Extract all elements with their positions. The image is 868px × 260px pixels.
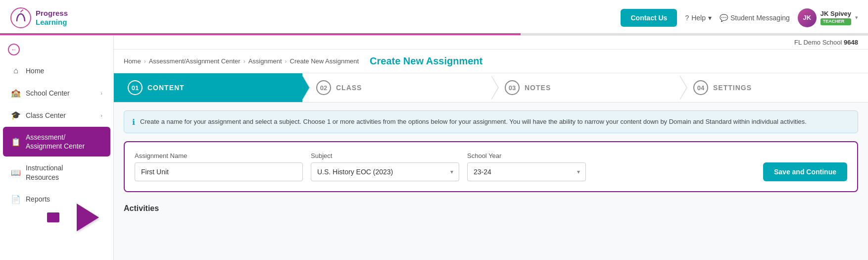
breadcrumb-sep: ›	[285, 58, 287, 65]
assignment-form: Assignment Name Subject U.S. History EOC…	[124, 141, 858, 192]
breadcrumb-sep: ›	[144, 58, 146, 65]
sidebar-item-label: Class Center	[26, 111, 66, 119]
subject-select-wrapper: U.S. History EOC (2023) Math Science Eng…	[311, 162, 459, 181]
sidebar-back-button[interactable]: ←	[0, 40, 113, 59]
logo-text: Progress Learning	[36, 9, 68, 27]
assessment-icon: 📋	[11, 137, 21, 147]
step-number: 02	[316, 80, 331, 95]
breadcrumb-current: Create New Assignment	[290, 57, 359, 65]
step-label: NOTES	[525, 84, 551, 92]
breadcrumb-home[interactable]: Home	[124, 57, 141, 65]
chevron-right-icon: ›	[100, 90, 102, 96]
assignment-name-label: Assignment Name	[135, 152, 303, 159]
school-year-group: School Year 23-24 22-23 21-22 ▾	[467, 152, 586, 181]
avatar: JK	[798, 8, 817, 27]
app-header: Progress Learning Contact Us ? Help ▾ 💬 …	[0, 0, 868, 36]
breadcrumb-row: Home › Assessment/Assignment Center › As…	[114, 50, 868, 73]
sidebar-item-instructional-resources[interactable]: 📖 InstructionalResources	[3, 157, 110, 187]
svg-point-0	[11, 8, 31, 28]
header-right: Contact Us ? Help ▾ 💬 Student Messaging …	[621, 8, 858, 27]
assignment-name-group: Assignment Name	[135, 152, 303, 181]
step-number: 04	[693, 80, 708, 95]
activities-title: Activities	[124, 204, 159, 212]
sidebar: ← ⌂ Home 🏫 School Center › 🎓 Class Cente…	[0, 36, 114, 260]
school-bar: FL Demo School 9648	[114, 36, 868, 50]
page-title: Create New Assignment	[370, 55, 482, 67]
home-icon: ⌂	[11, 66, 21, 75]
subject-group: Subject U.S. History EOC (2023) Math Sci…	[311, 152, 459, 181]
step-number: 03	[505, 80, 520, 95]
pointer-arrow	[77, 204, 99, 231]
breadcrumb-assignment[interactable]: Assignment	[248, 57, 282, 65]
sidebar-item-label: Reports	[26, 195, 50, 203]
sidebar-item-class-center[interactable]: 🎓 Class Center ›	[3, 104, 110, 126]
step-class[interactable]: 02 CLASS	[302, 73, 491, 102]
sidebar-item-label: Home	[26, 67, 44, 75]
assignment-name-input[interactable]	[135, 162, 303, 181]
school-year-label: School Year	[467, 152, 586, 159]
class-icon: 🎓	[11, 110, 21, 120]
svg-line-1	[21, 10, 23, 12]
sidebar-item-label: School Center	[26, 89, 70, 97]
messaging-icon: 💬	[720, 14, 728, 22]
user-name: JK Spivey	[820, 10, 851, 18]
step-label: SETTINGS	[713, 84, 752, 92]
subject-label: Subject	[311, 152, 459, 159]
user-role-badge: TEACHER	[820, 18, 851, 25]
sidebar-item-home[interactable]: ⌂ Home	[3, 60, 110, 81]
step-label: CLASS	[336, 84, 362, 92]
user-menu[interactable]: JK JK Spivey TEACHER ▾	[798, 8, 858, 27]
contact-us-button[interactable]: Contact Us	[621, 9, 677, 27]
sidebar-item-school-center[interactable]: 🏫 School Center ›	[3, 82, 110, 104]
info-box: ℹ Create a name for your assignment and …	[124, 110, 858, 133]
help-icon: ?	[685, 14, 689, 22]
help-link[interactable]: ? Help ▾	[685, 14, 712, 22]
sidebar-item-assessment-center[interactable]: 📋 Assessment/Assignment Center	[3, 127, 110, 156]
step-number: 01	[128, 80, 143, 95]
sidebar-item-label: Assessment/Assignment Center	[26, 133, 85, 151]
info-text: Create a name for your assignment and se…	[140, 117, 807, 127]
subject-select[interactable]: U.S. History EOC (2023) Math Science Eng…	[311, 162, 459, 181]
help-chevron-icon: ▾	[708, 14, 712, 22]
user-chevron-icon: ▾	[855, 14, 858, 21]
step-label: CONTENT	[147, 84, 185, 92]
content-area: ℹ Create a name for your assignment and …	[114, 103, 868, 221]
reports-icon: 📄	[11, 195, 21, 204]
breadcrumb-assessment-center[interactable]: Assessment/Assignment Center	[149, 57, 241, 65]
sidebar-item-label: InstructionalResources	[26, 163, 63, 181]
school-year-select[interactable]: 23-24 22-23 21-22	[467, 162, 586, 181]
main-layout: ← ⌂ Home 🏫 School Center › 🎓 Class Cente…	[0, 36, 868, 260]
school-icon: 🏫	[11, 88, 21, 98]
activities-section: Activities	[124, 202, 858, 213]
student-messaging-link[interactable]: 💬 Student Messaging	[720, 14, 790, 22]
step-content[interactable]: 01 CONTENT	[114, 73, 302, 102]
chevron-right-icon: ›	[100, 112, 102, 118]
info-icon: ℹ	[132, 117, 135, 127]
logo-icon	[10, 7, 32, 29]
breadcrumb-sep: ›	[243, 58, 245, 65]
progress-bar	[0, 33, 868, 35]
logo: Progress Learning	[10, 7, 68, 29]
step-notes[interactable]: 03 NOTES	[491, 73, 679, 102]
main-content: FL Demo School 9648 Home › Assessment/As…	[114, 36, 868, 260]
back-icon: ←	[8, 44, 20, 55]
user-info: JK Spivey TEACHER	[820, 10, 851, 25]
school-year-select-wrapper: 23-24 22-23 21-22 ▾	[467, 162, 586, 181]
school-name: FL Demo School 9648	[794, 39, 858, 46]
steps-bar: 01 CONTENT 02 CLASS 03 NOTES 04 SETTINGS	[114, 73, 868, 103]
save-continue-button[interactable]: Save and Continue	[763, 162, 847, 181]
resources-icon: 📖	[11, 168, 21, 177]
step-settings[interactable]: 04 SETTINGS	[679, 73, 868, 102]
